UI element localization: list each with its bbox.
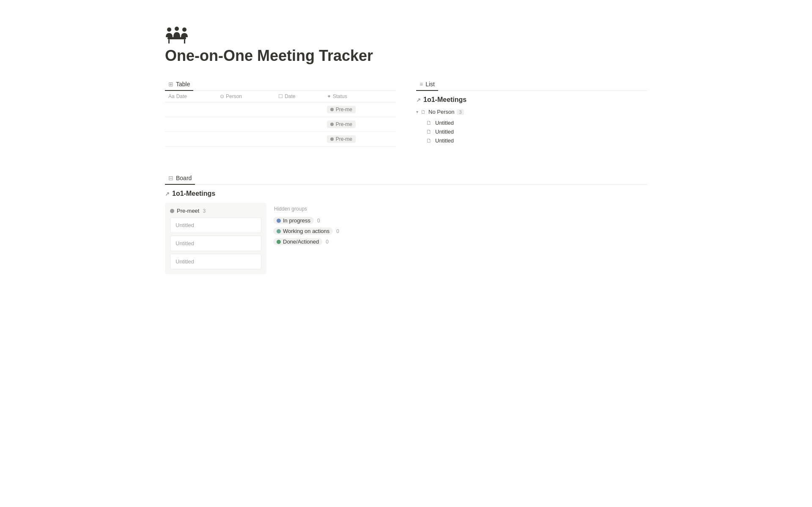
list-tab-bar: ≡ List bbox=[416, 78, 647, 91]
working-dot bbox=[277, 229, 281, 233]
tab-table[interactable]: ⊞ Table bbox=[165, 78, 193, 91]
svg-rect-5 bbox=[184, 39, 185, 44]
list-item[interactable]: 🗋 Untitled bbox=[416, 136, 647, 145]
tab-board[interactable]: ⊟ Board bbox=[165, 172, 195, 185]
status-dot bbox=[330, 137, 334, 141]
list-view-section: ≡ List ↗ 1o1-Meetings ▾ 🗋 No Person 3 🗋 … bbox=[416, 78, 647, 147]
board-columns: Pre-meet 3 Untitled Untitled Untitled Hi… bbox=[165, 203, 647, 274]
svg-rect-4 bbox=[168, 39, 170, 44]
column-header-premeet: Pre-meet 3 bbox=[170, 208, 261, 214]
table-tab-bar: ⊞ Table bbox=[165, 78, 396, 91]
board-view-section: ⊟ Board ↗ 1o1-Meetings Pre-meet 3 Untitl… bbox=[165, 172, 647, 274]
chevron-down-icon: ▾ bbox=[416, 110, 418, 114]
hidden-group-in-progress[interactable]: In progress 0 bbox=[273, 215, 339, 226]
list-item[interactable]: 🗋 Untitled bbox=[416, 118, 647, 127]
svg-point-2 bbox=[182, 27, 187, 32]
arrow-up-right-icon: ↗ bbox=[416, 97, 421, 103]
board-card[interactable]: Untitled bbox=[170, 254, 261, 269]
list-icon: ≡ bbox=[420, 81, 423, 88]
hidden-groups-section: Hidden groups In progress 0 Working on a… bbox=[273, 203, 339, 250]
board-card[interactable]: Untitled bbox=[170, 236, 261, 251]
board-card[interactable]: Untitled bbox=[170, 217, 261, 233]
page-icon bbox=[165, 25, 647, 47]
col-status[interactable]: ✦ Status bbox=[324, 91, 396, 102]
col-person[interactable]: ⊙ Person bbox=[217, 91, 275, 102]
svg-point-0 bbox=[167, 27, 171, 32]
board-column-premeet: Pre-meet 3 Untitled Untitled Untitled bbox=[165, 203, 266, 274]
doc-icon: 🗋 bbox=[426, 137, 432, 144]
table-row[interactable]: Pre-me bbox=[165, 132, 396, 147]
board-icon: ⊟ bbox=[168, 175, 173, 181]
status-dot bbox=[330, 123, 334, 126]
hidden-group-done[interactable]: Done/Actioned 0 bbox=[273, 236, 339, 247]
in-progress-dot bbox=[277, 219, 281, 223]
list-items: 🗋 Untitled 🗋 Untitled 🗋 Untitled bbox=[416, 118, 647, 145]
done-dot bbox=[277, 240, 281, 244]
group-header[interactable]: ▾ 🗋 No Person 3 bbox=[416, 107, 647, 117]
table-row[interactable]: Pre-me bbox=[165, 117, 396, 132]
board-db-title: ↗ 1o1-Meetings bbox=[165, 190, 647, 197]
tab-list[interactable]: ≡ List bbox=[416, 78, 438, 91]
table-icon: ⊞ bbox=[168, 81, 173, 88]
arrow-up-right-icon: ↗ bbox=[165, 191, 170, 197]
table-row[interactable]: Pre-me bbox=[165, 102, 396, 117]
person-icon: 🗋 bbox=[421, 109, 426, 115]
table-view-section: ⊞ Table Aa Date bbox=[165, 78, 396, 147]
top-section: ⊞ Table Aa Date bbox=[165, 78, 647, 147]
premeet-dot bbox=[170, 209, 174, 213]
col-date[interactable]: ☐ Date bbox=[275, 91, 323, 102]
list-db-title: ↗ 1o1-Meetings bbox=[416, 96, 647, 104]
doc-icon: 🗋 bbox=[426, 129, 432, 135]
status-dot bbox=[330, 108, 334, 111]
svg-point-1 bbox=[175, 27, 179, 31]
table: Aa Date ⊙ Person ☐ bbox=[165, 91, 396, 147]
doc-icon: 🗋 bbox=[426, 120, 432, 126]
page-container: One-on-One Meeting Tracker ⊞ Table Aa Da… bbox=[131, 0, 681, 308]
col-date-aa[interactable]: Aa Date bbox=[165, 91, 217, 102]
board-tab-bar: ⊟ Board bbox=[165, 172, 647, 185]
list-item[interactable]: 🗋 Untitled bbox=[416, 127, 647, 136]
page-title: One-on-One Meeting Tracker bbox=[165, 47, 647, 65]
svg-rect-3 bbox=[167, 37, 186, 39]
hidden-group-working[interactable]: Working on actions 0 bbox=[273, 226, 339, 236]
